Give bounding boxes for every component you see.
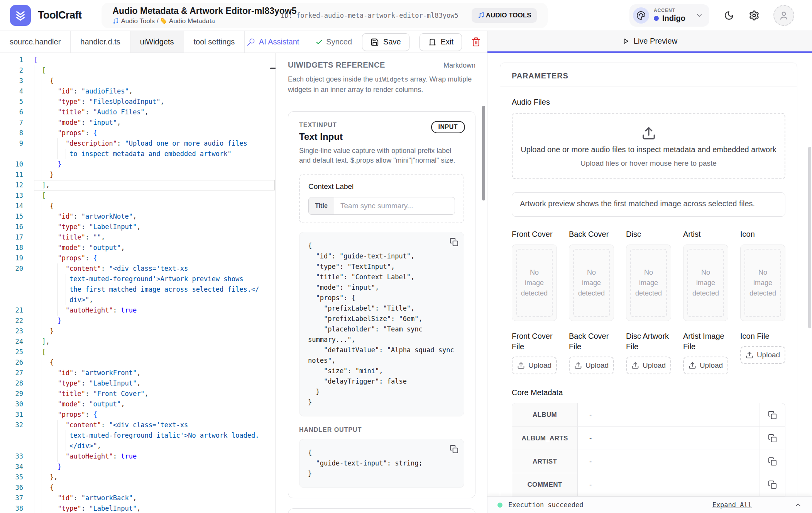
line-number: 33 [0, 451, 23, 462]
copy-metadata-button[interactable] [760, 427, 785, 450]
code-line[interactable]: 32"content": "<div class='text-xs [0, 420, 275, 430]
code-line[interactable]: 11} [0, 170, 275, 180]
chevron-up-icon[interactable] [794, 501, 802, 509]
code-line[interactable]: 30"mode": "output", [0, 399, 275, 409]
ai-assistant-button[interactable]: AI Assistant [247, 31, 299, 53]
no-image-placeholder: No image detected [573, 249, 610, 317]
code-editor[interactable]: 1[2[3{4"id": "audioFiles",5"type": "File… [0, 53, 275, 513]
code-line[interactable]: 7"mode": "input", [0, 117, 275, 128]
code-line[interactable]: 35}, [0, 472, 275, 482]
example-text-input[interactable]: Title Team sync summary... [308, 197, 455, 215]
code-line[interactable]: the first matched image across selected … [0, 284, 275, 295]
preview-scrollbar-thumb[interactable] [808, 147, 811, 328]
code-line[interactable]: 10} [0, 159, 275, 170]
copy-metadata-button[interactable] [760, 473, 785, 496]
code-line[interactable]: 33"autoHeight": true [0, 451, 275, 462]
docs-scrollbar-thumb[interactable] [482, 106, 485, 200]
input-placeholder[interactable]: Team sync summary... [334, 197, 455, 214]
copy-metadata-button[interactable] [760, 403, 785, 426]
dropzone-hint: Upload files or hover mouse here to past… [516, 159, 781, 168]
line-number: 22 [0, 316, 23, 326]
breadcrumb-group[interactable]: Audio Tools [121, 17, 155, 25]
copy-button[interactable] [450, 238, 458, 246]
code-line[interactable]: div>", [0, 295, 275, 305]
line-number: 9 [0, 138, 23, 149]
code-line[interactable]: 18"mode": "output", [0, 243, 275, 253]
metadata-key: ALBUM [512, 403, 578, 426]
code-line[interactable]: 23} [0, 326, 275, 336]
code-line[interactable]: 38"type": "LabelInput", [0, 503, 275, 513]
save-button[interactable]: Save [362, 33, 409, 51]
code-line[interactable]: 31"props": { [0, 409, 275, 420]
tab-tool-settings[interactable]: tool settings [184, 31, 245, 53]
metadata-key: ALBUM_ARTS [512, 427, 578, 450]
tab-handler-d-ts[interactable]: handler.d.ts [71, 31, 130, 53]
breadcrumb[interactable]: Audio Tools / Audio Metadata [112, 17, 265, 25]
code-line[interactable]: 9"description": "Upload one or more audi… [0, 138, 275, 149]
copy-button[interactable] [450, 445, 458, 454]
upload-button[interactable]: Upload [569, 357, 614, 374]
code-line[interactable]: 24], [0, 336, 275, 347]
upload-button[interactable]: Upload [683, 357, 728, 374]
code-line[interactable]: to inspect metadata and embedded artwork… [0, 149, 275, 159]
brand-name: ToolCraft [38, 9, 81, 21]
code-line[interactable]: 4"id": "audioFiles", [0, 86, 275, 97]
upload-button[interactable]: Upload [512, 357, 557, 374]
code-line[interactable]: 8"props": { [0, 128, 275, 138]
code-line[interactable]: 25[ [0, 347, 275, 357]
audio-files-dropzone[interactable]: Upload one or more audio files to inspec… [512, 113, 785, 179]
code-line[interactable]: 3{ [0, 76, 275, 86]
editor-toolbar: source.handlerhandler.d.tsuiWidgetstool … [0, 31, 487, 53]
code-line[interactable]: text-muted-foreground'>Artwork preview s… [0, 274, 275, 284]
settings-button[interactable] [749, 10, 760, 21]
code-line[interactable]: 17"title": "", [0, 232, 275, 243]
code-line[interactable]: 6"title": "Audio Files", [0, 107, 275, 117]
upload-icon [516, 126, 781, 141]
code-line[interactable]: 20"content": "<div class='text-xs [0, 263, 275, 274]
code-line[interactable]: </div>", [0, 441, 275, 451]
code-line[interactable]: 28"type": "LabelInput", [0, 378, 275, 389]
copy-metadata-button[interactable] [760, 450, 785, 473]
code-line[interactable]: 2[ [0, 65, 275, 76]
line-number: 23 [0, 326, 23, 336]
tab-uiWidgets[interactable]: uiWidgets [130, 31, 184, 53]
line-number: 5 [0, 97, 23, 107]
exit-button[interactable]: Exit [420, 33, 462, 51]
code-line[interactable]: 12], [0, 180, 275, 190]
delete-button[interactable] [471, 37, 481, 47]
handler-output-label: HANDLER OUTPUT [299, 426, 464, 433]
upload-button[interactable]: Upload [626, 357, 671, 374]
example-field-label: Context Label [308, 182, 455, 191]
code-line[interactable]: 27"id": "artworkFront", [0, 368, 275, 378]
breadcrumb-tool[interactable]: Audio Metadata [169, 17, 215, 25]
code-line[interactable]: 19"props": { [0, 253, 275, 263]
artwork-preview-box: No image detected [740, 245, 785, 321]
live-preview-tab[interactable]: Live Preview [487, 31, 812, 53]
code-line[interactable]: 15"id": "artworkNote", [0, 211, 275, 222]
code-line[interactable]: 16"type": "LabelInput", [0, 222, 275, 232]
code-line[interactable]: text-muted-foreground italic'>No artwork… [0, 430, 275, 441]
line-number [0, 295, 23, 305]
code-line[interactable]: 29"title": "Front Cover", [0, 389, 275, 399]
code-line[interactable]: 36{ [0, 482, 275, 493]
line-number: 2 [0, 65, 23, 76]
widget-card-textinput: INPUT TEXTINPUT Text Input Single-line v… [288, 111, 475, 498]
code-line[interactable]: 5"type": "FilesUploadInput", [0, 97, 275, 107]
expand-all-link[interactable]: Expand All [712, 501, 752, 509]
file-upload-label: Disc Artwork File [626, 331, 671, 352]
code-line[interactable]: 22} [0, 316, 275, 326]
code-line[interactable]: 14{ [0, 201, 275, 211]
dark-mode-toggle[interactable] [724, 10, 734, 20]
upload-button[interactable]: Upload [740, 346, 785, 364]
code-line[interactable]: 37"id": "artworkBack", [0, 493, 275, 503]
user-avatar[interactable] [773, 5, 794, 26]
document-title-block: Audio Metadata & Artwork Editor-ml83yow5… [102, 3, 548, 28]
tab-source-handler[interactable]: source.handler [0, 31, 71, 53]
metadata-value: - [578, 473, 760, 496]
code-line[interactable]: 1[ [0, 55, 275, 65]
code-line[interactable]: 13[ [0, 190, 275, 201]
accent-selector[interactable]: ACCENT Indigo [629, 4, 709, 27]
code-line[interactable]: 34} [0, 462, 275, 472]
code-line[interactable]: 26{ [0, 357, 275, 368]
code-line[interactable]: 21"autoHeight": true [0, 305, 275, 316]
